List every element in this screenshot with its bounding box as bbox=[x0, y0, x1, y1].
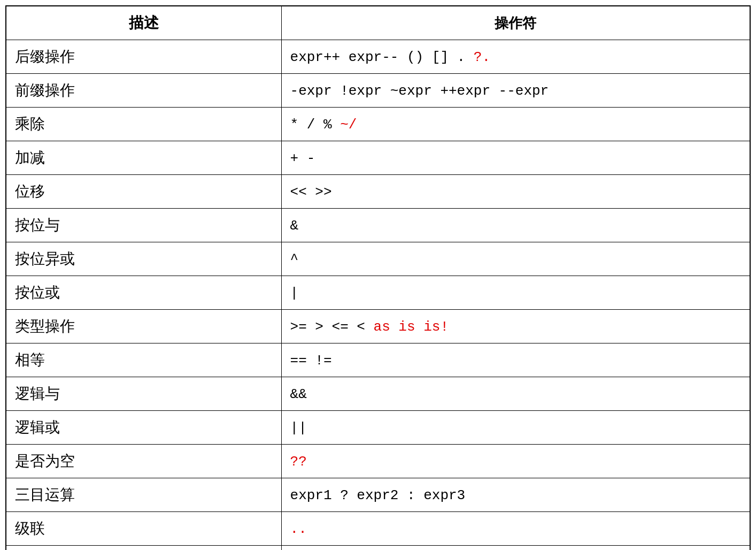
desc-cell: 按位与 bbox=[6, 209, 281, 242]
operator-cell: >= > <= < as is is! bbox=[281, 310, 750, 343]
table-row: 三目运算expr1 ? expr2 : expr3 bbox=[6, 478, 750, 512]
desc-cell: 三目运算 bbox=[6, 478, 281, 512]
desc-cell: 位移 bbox=[6, 175, 281, 209]
main-container: 描述 操作符 后缀操作expr++ expr-- () [] . ?.前缀操作-… bbox=[0, 0, 756, 550]
operator-cell: & bbox=[281, 209, 750, 242]
operator-cell: || bbox=[281, 411, 750, 445]
desc-cell: 级联 bbox=[6, 512, 281, 546]
operator-cell: == != bbox=[281, 343, 750, 377]
desc-cell: 加减 bbox=[6, 141, 281, 175]
table-row: 后缀操作expr++ expr-- () [] . ?. bbox=[6, 40, 750, 74]
header-desc: 描述 bbox=[6, 6, 281, 40]
desc-cell: 类型操作 bbox=[6, 310, 281, 343]
operator-cell: && bbox=[281, 377, 750, 411]
table-row: 位移<< >> bbox=[6, 175, 750, 209]
operator-cell: ?? bbox=[281, 445, 750, 478]
table-row: 按位异或^ bbox=[6, 242, 750, 276]
operator-cell: .. bbox=[281, 512, 750, 546]
table-row: 逻辑与&& bbox=[6, 377, 750, 411]
table-row: 按位与& bbox=[6, 209, 750, 242]
table-row: 级联.. bbox=[6, 512, 750, 546]
desc-cell: 按位异或 bbox=[6, 242, 281, 276]
operator-cell: = *= /= ~/= %= += -= <<= >>= &= ^=|= ??= bbox=[281, 546, 750, 551]
desc-cell: 后缀操作 bbox=[6, 40, 281, 74]
operator-cell: << >> bbox=[281, 175, 750, 209]
table-row: 是否为空?? bbox=[6, 445, 750, 478]
table-row: 加减+ - bbox=[6, 141, 750, 175]
desc-cell: 按位或 bbox=[6, 276, 281, 310]
operator-cell: expr++ expr-- () [] . ?. bbox=[281, 40, 750, 74]
desc-cell: 相等 bbox=[6, 343, 281, 377]
operator-cell: | bbox=[281, 276, 750, 310]
operator-cell: expr1 ? expr2 : expr3 bbox=[281, 478, 750, 512]
table-row: 按位或| bbox=[6, 276, 750, 310]
operators-table: 描述 操作符 后缀操作expr++ expr-- () [] . ?.前缀操作-… bbox=[5, 5, 751, 550]
operator-cell: ^ bbox=[281, 242, 750, 276]
operator-cell: -expr !expr ~expr ++expr --expr bbox=[281, 74, 750, 108]
desc-cell: 赋值 bbox=[6, 546, 281, 551]
table-header-row: 描述 操作符 bbox=[6, 6, 750, 40]
desc-cell: 逻辑或 bbox=[6, 411, 281, 445]
desc-cell: 逻辑与 bbox=[6, 377, 281, 411]
operator-cell: * / % ~/ bbox=[281, 108, 750, 141]
table-row: 前缀操作-expr !expr ~expr ++expr --expr bbox=[6, 74, 750, 108]
table-row: 相等== != bbox=[6, 343, 750, 377]
desc-cell: 是否为空 bbox=[6, 445, 281, 478]
desc-cell: 前缀操作 bbox=[6, 74, 281, 108]
operator-cell: + - bbox=[281, 141, 750, 175]
table-row: 赋值= *= /= ~/= %= += -= <<= >>= &= ^=|= ?… bbox=[6, 546, 750, 551]
table-row: 乘除* / % ~/ bbox=[6, 108, 750, 141]
table-row: 逻辑或|| bbox=[6, 411, 750, 445]
table-row: 类型操作>= > <= < as is is! bbox=[6, 310, 750, 343]
desc-cell: 乘除 bbox=[6, 108, 281, 141]
header-op: 操作符 bbox=[281, 6, 750, 40]
